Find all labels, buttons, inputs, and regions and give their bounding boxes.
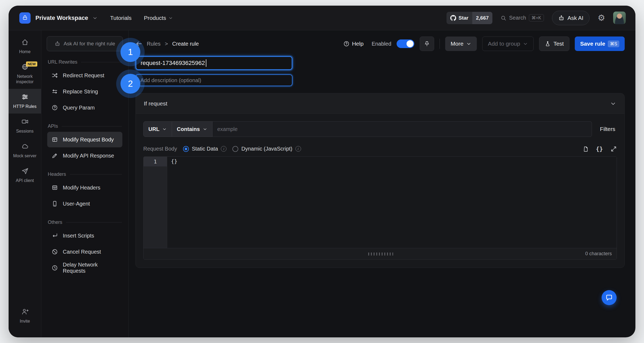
nav-tutorials-label: Tutorials xyxy=(110,15,131,21)
rail-item-sessions[interactable]: Sessions xyxy=(9,114,41,138)
rail-item-home[interactable]: Home xyxy=(9,34,41,59)
section-title-url-rewrites: URL Rewrites xyxy=(48,59,122,65)
condition-operator-select[interactable]: Contains xyxy=(172,121,213,137)
ask-ai-label: Ask AI xyxy=(568,15,584,21)
nav-tutorials[interactable]: Tutorials xyxy=(110,15,131,21)
rail-label: HTTP Rules xyxy=(13,104,36,109)
resize-handle[interactable] xyxy=(367,252,393,255)
if-request-header[interactable]: If request xyxy=(136,93,624,114)
rule-name-input[interactable]: request-1734693625962 xyxy=(136,56,292,70)
request-body-options-row: Request Body Static Data i Dynamic (Java… xyxy=(143,145,617,152)
test-button[interactable]: Test xyxy=(539,37,569,51)
github-star-button[interactable]: Star 2,667 xyxy=(447,12,493,24)
chevron-down-icon xyxy=(466,41,471,46)
sidebar-item-insert-scripts[interactable]: Insert Scripts xyxy=(47,228,122,243)
rail-label: Mock server xyxy=(13,153,36,159)
github-star-segment: Star xyxy=(447,12,472,24)
dynamic-js-radio[interactable]: Dynamic (JavaScript) i xyxy=(232,146,301,152)
rail-item-invite[interactable]: Invite xyxy=(9,304,41,328)
sidebar-item-delay-network-requests[interactable]: Delay Network Requests xyxy=(47,260,122,276)
sidebar-item-label: Modify API Response xyxy=(63,153,114,159)
editor-code-area[interactable]: {} xyxy=(167,157,617,248)
help-button[interactable]: Help xyxy=(343,41,364,47)
sidebar-item-modify-request-body[interactable]: Modify Request Body xyxy=(47,132,122,147)
rail-item-network-inspector[interactable]: NEW Network inspector xyxy=(9,59,41,89)
sidebar-item-label: User-Agent xyxy=(63,201,90,207)
add-to-group-button[interactable]: Add to group xyxy=(482,37,534,51)
static-data-radio[interactable]: Static Data i xyxy=(183,146,227,152)
github-star-count: 2,667 xyxy=(472,12,493,24)
top-bar-right: Star 2,667 Search ⌘+K Ask AI xyxy=(447,11,626,25)
code-editor-surface[interactable]: 1 {} xyxy=(144,157,617,248)
nav-products-label: Products xyxy=(144,15,166,21)
shuffle-icon xyxy=(52,72,58,79)
if-request-card: If request URL xyxy=(136,93,625,268)
nav-products[interactable]: Products xyxy=(144,15,173,21)
info-icon[interactable]: i xyxy=(221,146,226,152)
save-rule-button[interactable]: Save rule ⌘S xyxy=(575,37,625,51)
sidebar-item-modify-headers[interactable]: Modify Headers xyxy=(47,180,122,195)
settings-gear-button[interactable]: ⚙ xyxy=(598,14,605,22)
sidebar-item-label: Modify Request Body xyxy=(63,137,114,143)
sidebar-item-replace-string[interactable]: Replace String xyxy=(47,84,122,99)
enter-arrow-icon xyxy=(52,232,58,239)
question-circle-icon xyxy=(52,104,58,111)
top-bar: Private Workspace Tutorials Products xyxy=(9,6,635,30)
more-button[interactable]: More xyxy=(445,37,477,51)
condition-key-select[interactable]: URL xyxy=(143,121,172,137)
sliders-icon xyxy=(21,93,29,102)
expand-icon[interactable] xyxy=(610,146,617,152)
static-data-label: Static Data xyxy=(192,146,218,152)
rail-item-api-client[interactable]: API client xyxy=(9,163,41,188)
condition-operator-value: Contains xyxy=(177,126,200,132)
github-star-label: Star xyxy=(459,15,469,21)
rail-item-http-rules[interactable]: HTTP Rules xyxy=(9,89,41,114)
desktop-background: Private Workspace Tutorials Products xyxy=(0,0,644,343)
chevron-down-icon xyxy=(523,41,528,46)
sidebar-item-query-param[interactable]: Query Param xyxy=(47,100,122,115)
sidebar-item-user-agent[interactable]: User-Agent xyxy=(47,196,122,211)
rule-description-input[interactable] xyxy=(136,74,292,86)
section-title-label: Headers xyxy=(48,172,66,177)
pin-icon xyxy=(424,41,430,47)
editor-toolbar: {} xyxy=(582,145,617,152)
breadcrumb-separator: > xyxy=(165,41,168,47)
ban-icon xyxy=(52,249,58,255)
enabled-toggle[interactable] xyxy=(397,39,414,48)
help-label: Help xyxy=(352,41,364,47)
ask-ai-rule-button[interactable]: Ask AI for the right rule xyxy=(47,36,123,51)
global-search[interactable]: Search ⌘+K xyxy=(500,14,544,21)
device-icon xyxy=(52,200,58,207)
chevron-down-icon[interactable] xyxy=(610,100,616,107)
swap-arrows-icon xyxy=(52,88,58,95)
rail-label: Home xyxy=(19,49,31,54)
format-braces-icon[interactable]: {} xyxy=(596,145,603,152)
section-title-others: Others xyxy=(48,220,122,225)
pin-button[interactable] xyxy=(420,37,434,51)
home-icon xyxy=(21,38,29,47)
send-icon xyxy=(21,167,29,176)
condition-value-input[interactable] xyxy=(213,121,592,137)
chat-support-button[interactable] xyxy=(602,290,617,305)
rail-label: API client xyxy=(16,178,34,183)
sidebar-item-label: Query Param xyxy=(63,105,95,111)
search-shortcut: ⌘+K xyxy=(529,14,544,21)
sidebar-item-modify-api-response[interactable]: Modify API Response xyxy=(47,148,122,163)
condition-key-value: URL xyxy=(148,126,159,132)
sidebar-item-redirect-request[interactable]: Redirect Request xyxy=(47,68,122,83)
user-avatar[interactable] xyxy=(613,12,626,24)
main-content: Rules > Create rule Help Enabled xyxy=(129,30,635,337)
rail-item-mock-server[interactable]: Mock server xyxy=(9,138,41,163)
annotation-badge-1: 1 xyxy=(120,42,140,62)
editor-footer: 0 characters xyxy=(144,248,617,259)
clock-icon xyxy=(52,265,58,271)
ask-ai-button[interactable]: Ask AI xyxy=(552,11,590,25)
workspace-switcher[interactable]: Private Workspace xyxy=(19,12,98,24)
filters-button[interactable]: Filters xyxy=(600,126,615,132)
info-icon[interactable]: i xyxy=(295,146,301,152)
sidebar-item-cancel-request[interactable]: Cancel Request xyxy=(47,244,122,260)
copy-file-icon[interactable] xyxy=(582,146,588,152)
breadcrumb-rules[interactable]: Rules xyxy=(147,41,160,47)
app-body: Home NEW Network inspector HTTP Rules Se… xyxy=(9,30,635,337)
video-camera-icon xyxy=(21,118,29,126)
